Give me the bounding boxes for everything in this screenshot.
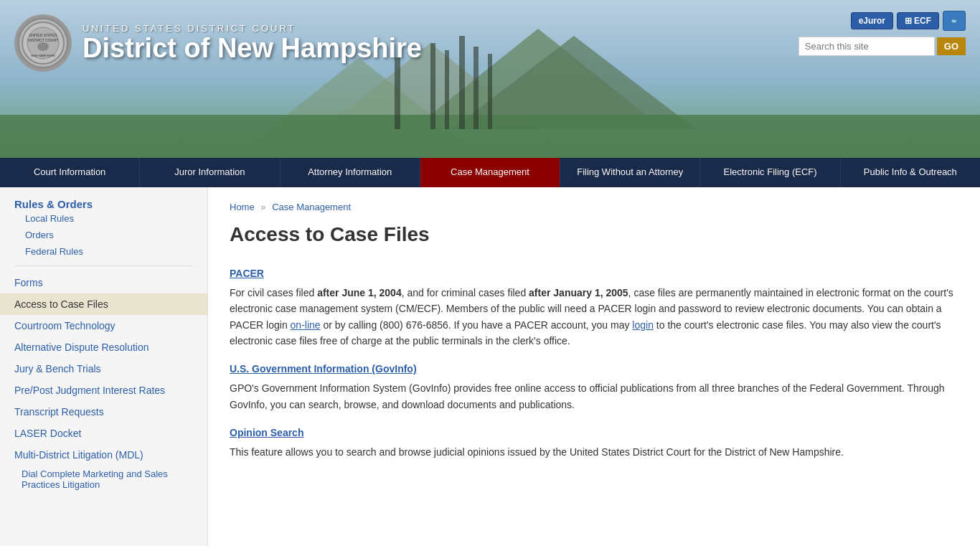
content-area: Home » Case Management Access to Case Fi… — [208, 187, 980, 546]
pacer-link[interactable]: PACER — [230, 268, 264, 279]
header: UNITED STATES DISTRICT COURT NEW HAMPSHI… — [0, 0, 980, 158]
ecf-icon: ⊞ — [905, 16, 912, 26]
nav-filing-without-attorney[interactable]: Filing Without an Attorney — [560, 158, 700, 187]
sidebar-divider-1 — [14, 265, 193, 266]
svg-text:DISTRICT COURT: DISTRICT COURT — [28, 38, 58, 42]
ejuror-badge[interactable]: eJuror — [851, 12, 893, 29]
pacer-badge[interactable]: PAL — [943, 11, 966, 31]
court-subtitle: UNITED STATES DISTRICT COURT — [83, 23, 422, 34]
pacer-online-link[interactable]: on-line — [291, 319, 321, 331]
nav-attorney-information[interactable]: Attorney Information — [281, 158, 420, 187]
search-bar: GO — [798, 37, 966, 56]
sidebar-federal-rules[interactable]: Federal Rules — [0, 243, 207, 260]
pacer-section: PACER For civil cases filed after June 1… — [230, 268, 958, 349]
main-navigation: Court Information Juror Information Atto… — [0, 158, 980, 187]
breadcrumb-home[interactable]: Home — [230, 202, 255, 212]
sidebar: Rules & Orders Local Rules Orders Federa… — [0, 187, 208, 546]
nav-court-information[interactable]: Court Information — [0, 158, 140, 187]
header-right: eJuror ⊞ ECF PAL GO — [798, 11, 966, 56]
opinion-search-section: Opinion Search This feature allows you t… — [230, 427, 958, 460]
opinion-search-text: This feature allows you to search and br… — [230, 444, 958, 460]
breadcrumb: Home » Case Management — [230, 202, 958, 212]
search-input[interactable] — [798, 37, 935, 56]
search-button[interactable]: GO — [937, 37, 966, 55]
sidebar-jury-bench-trials[interactable]: Jury & Bench Trials — [0, 358, 207, 380]
sidebar-laser-docket[interactable]: LASER Docket — [0, 423, 207, 444]
sidebar-transcript-requests[interactable]: Transcript Requests — [0, 401, 207, 423]
sidebar-alternative-dispute[interactable]: Alternative Dispute Resolution — [0, 336, 207, 358]
court-title: UNITED STATES DISTRICT COURT District of… — [83, 23, 422, 64]
pacer-text: For civil cases filed after June 1, 2004… — [230, 285, 958, 349]
header-badges: eJuror ⊞ ECF PAL — [851, 11, 966, 31]
govinfo-text: GPO's Government Information System (Gov… — [230, 380, 958, 413]
nav-electronic-filing[interactable]: Electronic Filing (ECF) — [700, 158, 840, 187]
sidebar-orders[interactable]: Orders — [0, 227, 207, 243]
page-title: Access to Case Files — [230, 223, 958, 253]
nav-case-management[interactable]: Case Management — [420, 158, 560, 187]
court-seal: UNITED STATES DISTRICT COURT NEW HAMPSHI… — [14, 14, 72, 72]
opinion-search-link[interactable]: Opinion Search — [230, 427, 303, 438]
govinfo-link[interactable]: U.S. Government Information (GovInfo) — [230, 363, 417, 375]
svg-text:UNITED STATES: UNITED STATES — [29, 33, 57, 37]
svg-text:PAL: PAL — [952, 20, 956, 23]
court-main-title: District of New Hampshire — [83, 34, 422, 64]
govinfo-section: U.S. Government Information (GovInfo) GP… — [230, 363, 958, 413]
main-layout: Rules & Orders Local Rules Orders Federa… — [0, 187, 980, 546]
pacer-login-link[interactable]: login — [632, 319, 654, 331]
nav-juror-information[interactable]: Juror Information — [140, 158, 280, 187]
sidebar-courtroom-technology[interactable]: Courtroom Technology — [0, 315, 207, 336]
svg-point-16 — [37, 42, 49, 51]
sidebar-mdl[interactable]: Multi-District Litigation (MDL) — [0, 444, 207, 466]
sidebar-access-case-files[interactable]: Access to Case Files — [0, 293, 207, 315]
breadcrumb-separator: » — [260, 202, 265, 212]
nav-public-info[interactable]: Public Info & Outreach — [841, 158, 980, 187]
seal-inner: UNITED STATES DISTRICT COURT NEW HAMPSHI… — [18, 18, 68, 68]
sidebar-forms[interactable]: Forms — [0, 272, 207, 293]
svg-text:NEW HAMPSHIRE: NEW HAMPSHIRE — [31, 54, 56, 57]
ecf-badge[interactable]: ⊞ ECF — [897, 12, 939, 29]
sidebar-rules-orders[interactable]: Rules & Orders — [0, 192, 107, 216]
sidebar-pre-post-judgment[interactable]: Pre/Post Judgment Interest Rates — [0, 380, 207, 401]
breadcrumb-current[interactable]: Case Management — [272, 202, 351, 212]
sidebar-dial-complete[interactable]: Dial Complete Marketing and Sales Practi… — [0, 466, 207, 493]
